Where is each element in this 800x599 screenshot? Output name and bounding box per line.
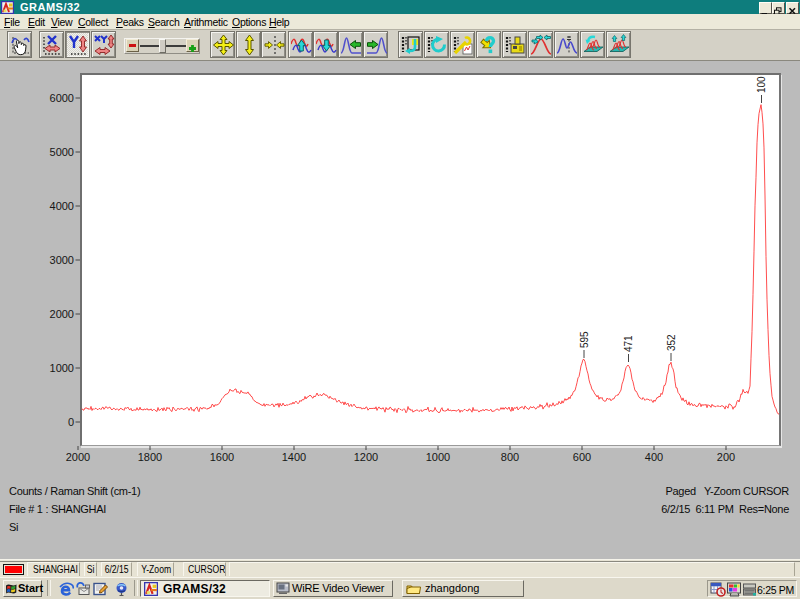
svg-text:2000: 2000 (50, 308, 74, 320)
svg-text:595: 595 (579, 331, 590, 348)
svg-text:1000: 1000 (426, 451, 450, 463)
svg-text:100: 100 (756, 76, 767, 93)
svg-text:1400: 1400 (282, 451, 306, 463)
svg-text:1600: 1600 (210, 451, 234, 463)
svg-text:600: 600 (573, 451, 591, 463)
svg-text:3000: 3000 (50, 254, 74, 266)
svg-text:1800: 1800 (138, 451, 162, 463)
svg-text:471: 471 (623, 335, 634, 352)
svg-text:352: 352 (666, 334, 677, 351)
svg-text:6000: 6000 (50, 92, 74, 104)
svg-text:200: 200 (717, 451, 735, 463)
svg-text:1200: 1200 (354, 451, 378, 463)
svg-text:0: 0 (68, 416, 74, 428)
svg-text:5000: 5000 (50, 146, 74, 158)
svg-text:4000: 4000 (50, 200, 74, 212)
svg-text:1000: 1000 (50, 362, 74, 374)
svg-text:2000: 2000 (66, 451, 90, 463)
svg-text:400: 400 (645, 451, 663, 463)
svg-text:800: 800 (501, 451, 519, 463)
